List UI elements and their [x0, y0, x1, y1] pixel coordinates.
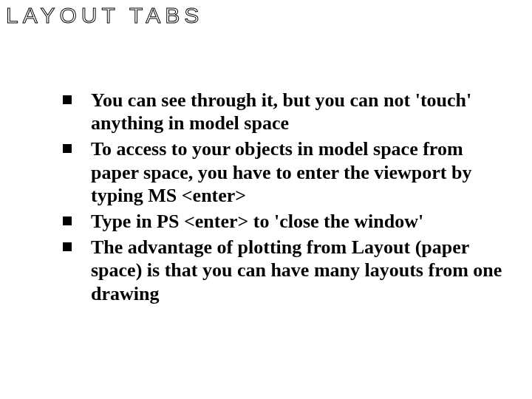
- list-item: The advantage of plotting from Layout (p…: [55, 236, 510, 305]
- list-item: Type in PS <enter> to 'close the window': [55, 210, 510, 233]
- list-item: You can see through it, but you can not …: [55, 89, 510, 134]
- bullet-list: You can see through it, but you can not …: [55, 89, 510, 305]
- slide-content: You can see through it, but you can not …: [55, 89, 510, 308]
- slide: LAYOUT TABS You can see through it, but …: [0, 0, 532, 399]
- slide-title: LAYOUT TABS: [6, 3, 203, 28]
- list-item: To access to your objects in model space…: [55, 137, 510, 207]
